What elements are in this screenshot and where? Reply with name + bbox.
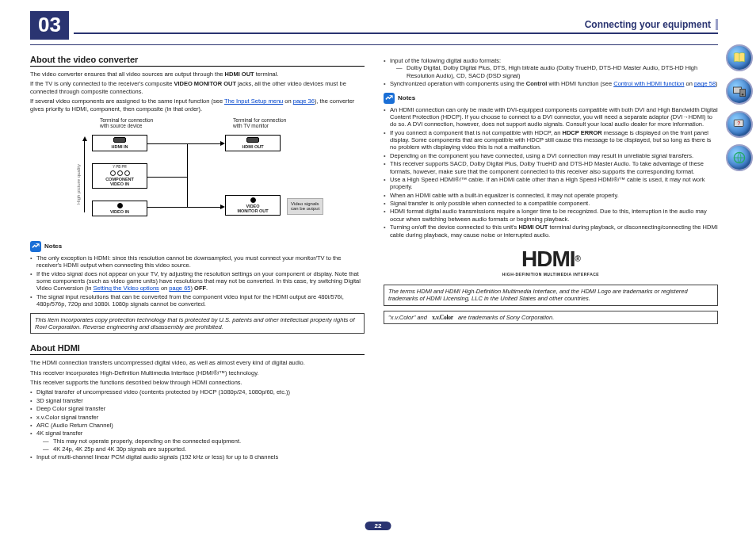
list-item: This may not operate properly, depending… xyxy=(43,438,365,445)
diagram-label: High picture quality xyxy=(76,164,81,204)
page-header: 03 Connecting your equipment xyxy=(30,11,718,40)
list-item: Use a High Speed HDMI®/™ cable. If an HD… xyxy=(384,176,718,191)
page-number: 22 xyxy=(365,522,391,530)
xref-link[interactable]: Control with HDMI function xyxy=(613,80,684,87)
diagram-box: VIDEO MONITOR OUT xyxy=(225,195,281,216)
notes-heading: Notes xyxy=(30,241,365,252)
list-item: Deep Color signal transfer xyxy=(30,405,365,412)
list-item: x.v.Color signal transfer xyxy=(30,414,365,421)
list-item: 4K signal transfer This may not operate … xyxy=(30,430,365,453)
legal-box: This item incorporates copy protection t… xyxy=(30,313,365,334)
hdmi-logo: HDMI® HIGH-DEFINITION MULTIMEDIA INTERFA… xyxy=(384,246,718,277)
feature-list: Digital transfer of uncompressed video (… xyxy=(30,388,365,460)
list-item: Dolby Digital, Dolby Digital Plus, DTS, … xyxy=(396,64,718,79)
body-text: If the TV is only connected to the recei… xyxy=(30,80,365,95)
svg-point-2 xyxy=(742,94,744,96)
note-icon xyxy=(30,241,41,252)
network-icon[interactable] xyxy=(726,144,753,171)
diagram-box: HDMI OUT xyxy=(225,135,281,151)
xref-link[interactable]: The Input Setup menu xyxy=(224,97,283,105)
divider xyxy=(30,44,718,45)
list-item: ARC (Audio Return Channel) xyxy=(30,422,365,429)
video-converter-diagram: Terminal for connection with source devi… xyxy=(52,117,353,236)
list-item: 4K 24p, 4K 25p and 4K 30p signals are su… xyxy=(43,445,365,453)
notes-heading: Notes xyxy=(384,93,718,104)
notes-list: An HDMI connection can only be made with… xyxy=(384,106,718,239)
svg-text:?: ? xyxy=(737,120,740,126)
list-item: If the video signal does not appear on y… xyxy=(30,270,365,292)
list-item: The signal input resolutions that can be… xyxy=(30,293,365,308)
right-column: Input of the following digital audio for… xyxy=(384,55,718,466)
xref-link[interactable]: Setting the Video options xyxy=(94,285,159,292)
body-text: This receiver incorporates High-Definiti… xyxy=(30,369,365,376)
legal-box: "x.v.Color" and x.v.Color are trademarks… xyxy=(384,311,718,324)
body-text: The HDMI connection transfers uncompress… xyxy=(30,359,365,366)
legal-box: The terms HDMI and HDMI High-Definition … xyxy=(384,285,718,306)
left-column: About the video converter The video conv… xyxy=(30,55,365,466)
list-item: Depending on the component you have conn… xyxy=(384,152,718,159)
diagram-note: Video signals can be output xyxy=(287,198,323,215)
list-item: When an HDMI cable with a built-in equal… xyxy=(384,192,718,199)
body-text: If several video components are assigned… xyxy=(30,97,365,113)
list-item: Digital transfer of uncompressed video (… xyxy=(30,388,365,396)
feature-list: Input of the following digital audio for… xyxy=(384,57,718,88)
body-text: The video converter ensures that all vid… xyxy=(30,71,365,78)
diagram-box: HDMI IN xyxy=(92,135,147,151)
chapter-number: 03 xyxy=(30,11,69,40)
list-item: Turning on/off the device connected to t… xyxy=(384,224,718,239)
list-item: Signal transfer is only possible when co… xyxy=(384,200,718,207)
side-nav-icons: ? xyxy=(726,44,753,171)
list-item: Input of multi-channel linear PCM digita… xyxy=(30,453,365,460)
xvcolor-logo: x.v.Color xyxy=(432,314,452,321)
note-icon xyxy=(384,93,395,104)
list-item: If you connect a component that is not c… xyxy=(384,129,718,151)
list-item: This receiver supports SACD, Dolby Digit… xyxy=(384,160,718,175)
diagram-label: Terminal for connection with TV monitor xyxy=(233,117,286,128)
book-icon[interactable] xyxy=(726,44,753,71)
section-heading: About the video converter xyxy=(30,55,365,67)
devices-icon[interactable] xyxy=(726,78,753,105)
list-item: An HDMI connection can only be made with… xyxy=(384,106,718,128)
xref-page[interactable]: page 36 xyxy=(293,97,315,105)
xref-page[interactable]: page 65 xyxy=(169,285,190,292)
header-title-wrap: Connecting your equipment xyxy=(74,19,718,34)
xref-page[interactable]: page 58 xyxy=(694,80,716,87)
list-item: Input of the following digital audio for… xyxy=(384,57,718,79)
list-item: HDMI format digital audio transmissions … xyxy=(384,208,718,223)
body-text: This receiver supports the functions des… xyxy=(30,379,365,386)
notes-list: The only exception is HDMI: since this r… xyxy=(30,254,365,308)
diagram-label: Terminal for connection with source devi… xyxy=(100,117,153,128)
diagram-box: VIDEO IN xyxy=(92,201,147,216)
list-item: 3D signal transfer xyxy=(30,397,365,404)
section-heading: About HDMI xyxy=(30,343,365,355)
list-item: The only exception is HDMI: since this r… xyxy=(30,254,365,269)
header-title: Connecting your equipment xyxy=(585,19,718,30)
list-item: Synchronized operation with components u… xyxy=(384,80,718,87)
help-icon[interactable]: ? xyxy=(726,111,753,138)
diagram-box: Y PB PR COMPONENT VIDEO IN xyxy=(92,163,147,189)
